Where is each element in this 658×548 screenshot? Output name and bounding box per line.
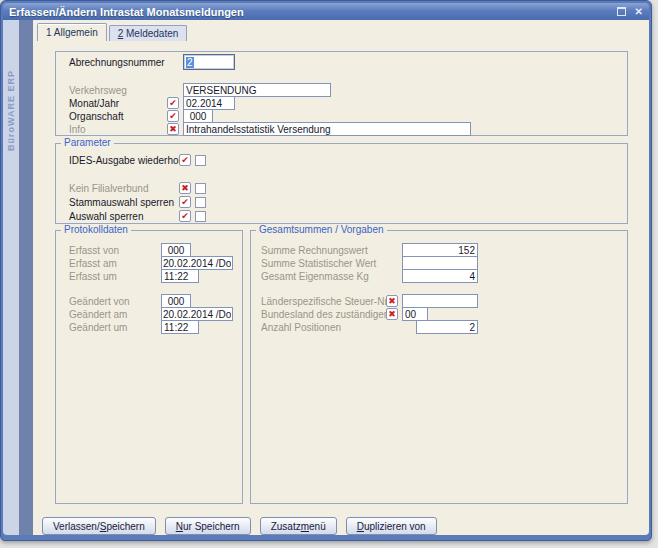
desktop-background: Erfassen/Ändern Intrastat Monatsmeldunge…	[0, 0, 658, 548]
red-check-icon: ✔	[181, 155, 189, 165]
field-row-erfasst-um: Erfasst um	[69, 269, 234, 283]
auswahl-label: Auswahl sperren	[69, 211, 179, 222]
organschaft-flag-button[interactable]: ✔	[167, 110, 179, 122]
abrechnungsnummer-value: 2	[186, 57, 194, 68]
geaendert-von-input[interactable]	[161, 294, 191, 308]
auswahl-checkbox[interactable]	[195, 211, 206, 222]
brand-sidebar: BüroWARE ERP	[3, 20, 19, 535]
gesamtsummen-group-title: Gesamtsummen / Vorgaben	[256, 224, 387, 236]
window-content: 1 Allgemein 2 Meldedaten Abrechnungsnumm…	[33, 20, 649, 535]
verkehrsweg-input[interactable]	[183, 83, 331, 97]
filialverbund-checkbox[interactable]	[195, 183, 206, 194]
erfasst-von-input[interactable]	[161, 243, 191, 257]
info-label: Info	[69, 124, 167, 135]
geaendert-um-input[interactable]	[161, 320, 199, 334]
eigenmasse-label: Gesamt Eigenmasse Kg	[261, 271, 386, 282]
statistischer-wert-input[interactable]	[402, 256, 478, 270]
save-and-exit-button[interactable]: Verlassen/Speichern	[42, 517, 156, 535]
duplicate-from-button[interactable]: Duplizieren von	[346, 517, 437, 535]
organschaft-label: Organschaft	[69, 111, 167, 122]
steuer-nr-input[interactable]	[402, 294, 478, 308]
save-only-button[interactable]: Nur Speichern	[165, 517, 251, 535]
bundesland-input[interactable]	[402, 307, 428, 321]
field-row-rechnungswert: Summe Rechnungswert	[261, 243, 619, 257]
positionen-label: Anzahl Positionen	[261, 322, 386, 333]
brand-vertical-text: BüroWARE ERP	[6, 70, 16, 151]
erfasst-am-label: Erfasst am	[69, 258, 161, 269]
field-row-erfasst-von: Erfasst von	[69, 243, 234, 257]
field-row-filialverbund: Kein Filialverbund ✖	[69, 181, 619, 195]
geaendert-um-label: Geändert um	[69, 322, 161, 333]
erfasst-um-input[interactable]	[161, 269, 199, 283]
group-protokolldaten: Protokolldaten Erfasst von Erfasst am Er…	[55, 230, 243, 504]
field-row-verkehrsweg: Verkehrsweg	[69, 83, 619, 97]
bundesland-flag-button[interactable]: ✖	[386, 308, 398, 320]
abrechnungsnummer-input[interactable]: 2	[183, 54, 235, 70]
red-cross-icon: ✖	[388, 296, 396, 306]
field-row-geaendert-am: Geändert am	[69, 307, 234, 321]
tab-bar: 1 Allgemein 2 Meldedaten	[37, 23, 187, 41]
statistischer-wert-label: Summe Statistischer Wert	[261, 258, 386, 269]
tab-allgemein-label: 1 Allgemein	[46, 27, 98, 38]
monat-jahr-input[interactable]	[183, 96, 235, 110]
geaendert-am-input[interactable]	[161, 307, 233, 321]
window-controls: ✕	[615, 6, 643, 17]
group-gesamtsummen: Gesamtsummen / Vorgaben Summe Rechnungsw…	[250, 230, 628, 504]
field-row-info: Info ✖	[69, 122, 619, 136]
erfasst-von-label: Erfasst von	[69, 245, 161, 256]
close-button[interactable]: ✕	[635, 6, 643, 17]
tab-meldedaten-label: Meldedaten	[123, 28, 178, 39]
restore-icon	[617, 7, 626, 16]
filialverbund-flag-button[interactable]: ✖	[179, 182, 191, 194]
field-row-positionen: Anzahl Positionen	[261, 320, 619, 334]
parameter-group-title: Parameter	[61, 137, 114, 149]
protokolldaten-group-title: Protokolldaten	[61, 224, 131, 236]
erfasst-um-label: Erfasst um	[69, 271, 161, 282]
action-button-bar: Verlassen/Speichern Nur Speichern Zusatz…	[42, 517, 437, 535]
eigenmasse-input[interactable]	[402, 269, 478, 283]
filialverbund-label: Kein Filialverbund	[69, 183, 179, 194]
field-row-organschaft: Organschaft ✔	[69, 109, 619, 123]
close-icon: ✕	[635, 6, 643, 17]
info-flag-button[interactable]: ✖	[167, 123, 179, 135]
field-row-monat-jahr: Monat/Jahr ✔	[69, 96, 619, 110]
organschaft-input[interactable]	[183, 109, 213, 123]
positionen-input[interactable]	[416, 320, 478, 334]
field-row-erfasst-am: Erfasst am	[69, 256, 234, 270]
group-parameter: Parameter IDES-Ausgabe wiederholen ✔ Kei…	[55, 143, 628, 224]
stammauswahl-checkbox[interactable]	[195, 197, 206, 208]
app-window: Erfassen/Ändern Intrastat Monatsmeldunge…	[0, 0, 652, 541]
field-row-geaendert-von: Geändert von	[69, 294, 234, 308]
stammauswahl-flag-button[interactable]: ✔	[179, 196, 191, 208]
ides-checkbox[interactable]	[195, 155, 206, 166]
monat-jahr-flag-button[interactable]: ✔	[167, 97, 179, 109]
window-title: Erfassen/Ändern Intrastat Monatsmeldunge…	[9, 6, 615, 18]
tab-allgemein[interactable]: 1 Allgemein	[37, 23, 107, 41]
abrechnungsnummer-label: Abrechnungsnummer	[69, 57, 167, 68]
steuer-nr-label: Länderspezifische Steuer-Nr.	[261, 296, 386, 307]
restore-button[interactable]	[615, 6, 628, 17]
geaendert-am-label: Geändert am	[69, 309, 161, 320]
tab-page-allgemein: Abrechnungsnummer 2 Verkehrsweg Monat/Ja…	[33, 41, 649, 535]
info-input[interactable]	[183, 122, 471, 136]
geaendert-von-label: Geändert von	[69, 296, 161, 307]
field-row-stammauswahl: Stammauswahl sperren ✔	[69, 195, 619, 209]
erfasst-am-input[interactable]	[161, 256, 233, 270]
group-identification: Abrechnungsnummer 2 Verkehrsweg Monat/Ja…	[55, 51, 628, 136]
field-row-auswahl: Auswahl sperren ✔	[69, 209, 619, 223]
field-row-ides: IDES-Ausgabe wiederholen ✔	[69, 153, 619, 167]
ides-flag-button[interactable]: ✔	[179, 154, 191, 166]
rechnungswert-input[interactable]	[402, 243, 478, 257]
red-cross-icon: ✖	[181, 183, 189, 193]
field-row-geaendert-um: Geändert um	[69, 320, 234, 334]
red-cross-icon: ✖	[388, 309, 396, 319]
zusatzmenu-button[interactable]: Zusatzmenü	[260, 517, 337, 535]
window-titlebar[interactable]: Erfassen/Ändern Intrastat Monatsmeldunge…	[3, 3, 649, 20]
auswahl-flag-button[interactable]: ✔	[179, 210, 191, 222]
red-check-icon: ✔	[169, 111, 177, 121]
tab-meldedaten[interactable]: 2 Meldedaten	[109, 25, 188, 41]
field-row-abrechnungsnummer: Abrechnungsnummer 2	[69, 55, 619, 69]
steuer-nr-flag-button[interactable]: ✖	[386, 295, 398, 307]
verkehrsweg-label: Verkehrsweg	[69, 85, 167, 96]
left-accent-bar	[19, 20, 33, 535]
